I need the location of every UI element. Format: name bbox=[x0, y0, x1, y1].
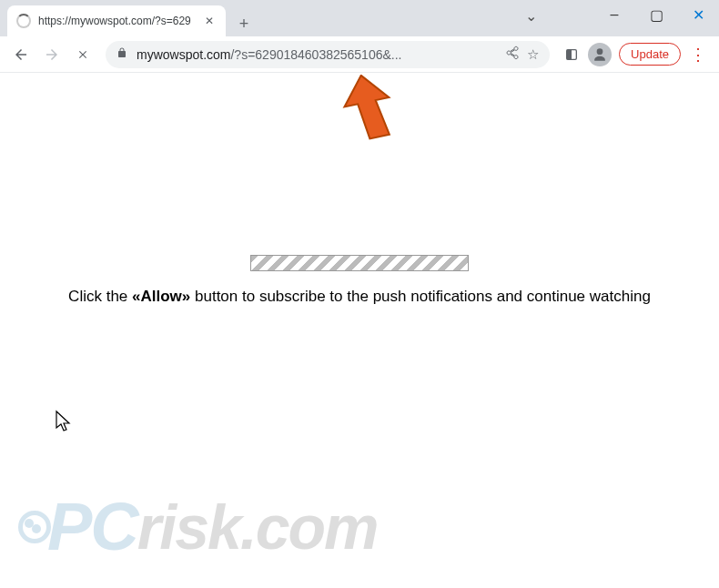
tab-title: https://mywowspot.com/?s=629 bbox=[38, 15, 202, 27]
back-button[interactable] bbox=[7, 41, 35, 68]
window-close-button[interactable]: ✕ bbox=[677, 0, 719, 29]
tab-close-button[interactable]: ✕ bbox=[202, 14, 217, 28]
url-text: mywowspot.com/?s=629018460382565106&... bbox=[137, 47, 498, 62]
watermark-logo: PCrisk.com bbox=[18, 488, 378, 565]
maximize-button[interactable]: ▢ bbox=[635, 0, 677, 29]
window-controls: ⌄ – ▢ ✕ bbox=[593, 0, 719, 29]
svg-rect-1 bbox=[567, 49, 572, 59]
browser-toolbar: mywowspot.com/?s=629018460382565106&... … bbox=[0, 36, 719, 73]
profile-avatar-icon[interactable] bbox=[588, 43, 612, 66]
tabs-chevron-icon[interactable]: ⌄ bbox=[525, 7, 537, 25]
loading-spinner-icon bbox=[16, 14, 31, 28]
kebab-menu-icon[interactable]: ⋮ bbox=[684, 45, 712, 65]
new-tab-button[interactable]: + bbox=[231, 11, 257, 36]
extensions-icon[interactable] bbox=[559, 42, 584, 67]
svg-point-2 bbox=[597, 48, 603, 55]
browser-tab[interactable]: https://mywowspot.com/?s=629 ✕ bbox=[7, 5, 226, 36]
update-button[interactable]: Update bbox=[619, 43, 681, 66]
share-icon[interactable] bbox=[505, 46, 520, 63]
minimize-button[interactable]: – bbox=[593, 0, 635, 29]
stop-reload-button[interactable] bbox=[69, 41, 96, 68]
bookmark-star-icon[interactable]: ☆ bbox=[527, 46, 539, 63]
address-bar[interactable]: mywowspot.com/?s=629018460382565106&... … bbox=[106, 41, 550, 68]
lock-icon[interactable] bbox=[116, 46, 127, 62]
fake-progress-bar bbox=[250, 255, 469, 271]
forward-button[interactable] bbox=[38, 41, 66, 68]
watermark-gear-icon bbox=[18, 511, 51, 543]
instruction-text: Click the «Allow» button to subscribe to… bbox=[0, 288, 719, 306]
